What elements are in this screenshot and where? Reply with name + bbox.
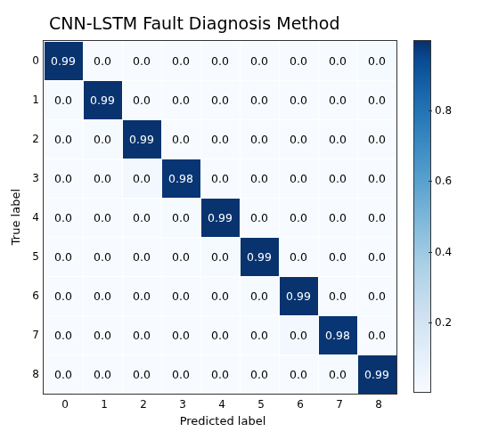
heatmap-cell: 0.0 xyxy=(357,237,396,276)
heatmap-cell: 0.0 xyxy=(44,276,83,315)
heatmap-grid: 0.990.00.00.00.00.00.00.00.00.00.990.00.… xyxy=(43,40,397,395)
heatmap-cell: 0.0 xyxy=(161,119,200,159)
heatmap-cell: 0.0 xyxy=(122,315,161,354)
y-tick: 0 xyxy=(27,41,43,80)
heatmap-cell: 0.0 xyxy=(357,119,396,159)
heatmap-cell: 0.0 xyxy=(200,41,240,80)
heatmap-cell: 0.0 xyxy=(122,159,161,198)
colorbar-tick: 0.2 xyxy=(435,316,452,329)
heatmap-cell: 0.0 xyxy=(83,237,122,276)
x-tick: 3 xyxy=(163,395,202,411)
x-tick: 0 xyxy=(45,395,85,411)
heatmap-cell: 0.0 xyxy=(279,354,318,394)
colorbar-tick: 0.8 xyxy=(435,104,452,117)
heatmap-cell: 0.0 xyxy=(200,354,240,394)
main-plot-area: CNN-LSTM Fault Diagnosis Method True lab… xyxy=(9,13,400,428)
heatmap-cell: 0.0 xyxy=(240,276,279,315)
heatmap-cell: 0.0 xyxy=(122,80,161,119)
heatmap-cell: 0.99 xyxy=(122,119,161,159)
heatmap-cell: 0.99 xyxy=(240,237,279,276)
heatmap-cell: 0.99 xyxy=(83,80,122,119)
colorbar-gradient xyxy=(413,40,431,393)
heatmap-cell: 0.0 xyxy=(161,276,200,315)
heatmap-cell: 0.0 xyxy=(200,237,240,276)
heatmap-cell: 0.0 xyxy=(200,276,240,315)
y-tick: 6 xyxy=(27,276,43,315)
heatmap-cell: 0.0 xyxy=(200,119,240,159)
heatmap-cell: 0.0 xyxy=(44,354,83,394)
heatmap-cell: 0.0 xyxy=(357,315,396,354)
heatmap-cell: 0.0 xyxy=(318,237,357,276)
x-tick: 4 xyxy=(202,395,241,411)
heatmap-cell: 0.0 xyxy=(83,354,122,394)
chart-title: CNN-LSTM Fault Diagnosis Method xyxy=(49,13,400,33)
heatmap-cell: 0.0 xyxy=(240,41,279,80)
heatmap-cell: 0.0 xyxy=(240,198,279,237)
x-tick: 1 xyxy=(85,395,124,411)
heatmap-cell: 0.0 xyxy=(83,276,122,315)
heatmap-cell: 0.0 xyxy=(357,159,396,198)
heatmap-cell: 0.0 xyxy=(200,80,240,119)
heatmap-cell: 0.0 xyxy=(44,159,83,198)
heatmap-cell: 0.0 xyxy=(44,237,83,276)
heatmap-cell: 0.99 xyxy=(357,354,396,394)
heatmap-cell: 0.99 xyxy=(200,198,240,237)
heatmap-cell: 0.0 xyxy=(122,198,161,237)
heatmap-cell: 0.0 xyxy=(44,119,83,159)
heatmap-cell: 0.0 xyxy=(83,119,122,159)
heatmap-cell: 0.0 xyxy=(240,159,279,198)
heatmap-cell: 0.0 xyxy=(83,315,122,354)
heatmap-cell: 0.0 xyxy=(44,315,83,354)
x-tick: 8 xyxy=(359,395,398,411)
heatmap-cell: 0.0 xyxy=(318,159,357,198)
heatmap-cell: 0.0 xyxy=(279,41,318,80)
x-tick: 2 xyxy=(124,395,163,411)
heatmap-cell: 0.0 xyxy=(318,354,357,394)
y-tick: 4 xyxy=(27,198,43,237)
heatmap-cell: 0.0 xyxy=(161,315,200,354)
colorbar-tick: 0.6 xyxy=(435,175,452,187)
heatmap-cell: 0.0 xyxy=(83,159,122,198)
heatmap-cell: 0.0 xyxy=(122,276,161,315)
y-axis-ticks: 012345678 xyxy=(27,41,43,394)
x-tick: 5 xyxy=(241,395,281,411)
heatmap-cell: 0.0 xyxy=(279,315,318,354)
heatmap-cell: 0.0 xyxy=(318,41,357,80)
heatmap-cell: 0.0 xyxy=(279,198,318,237)
heatmap-cell: 0.0 xyxy=(161,198,200,237)
heatmap-cell: 0.0 xyxy=(161,41,200,80)
chart-container: CNN-LSTM Fault Diagnosis Method True lab… xyxy=(9,13,481,428)
heatmap-cell: 0.0 xyxy=(44,80,83,119)
heatmap-cell: 0.0 xyxy=(357,80,396,119)
y-tick: 1 xyxy=(27,80,43,119)
heatmap-cell: 0.0 xyxy=(240,119,279,159)
heatmap-cell: 0.0 xyxy=(357,198,396,237)
heatmap-cell: 0.0 xyxy=(318,119,357,159)
heatmap-cell: 0.0 xyxy=(279,237,318,276)
heatmap-cell: 0.0 xyxy=(279,159,318,198)
colorbar-container: 0.80.60.40.2 xyxy=(413,40,463,393)
heatmap-cell: 0.0 xyxy=(200,159,240,198)
heatmap-cell: 0.99 xyxy=(279,276,318,315)
y-tick: 5 xyxy=(27,237,43,276)
colorbar-tick: 0.4 xyxy=(435,246,452,258)
x-tick: 6 xyxy=(281,395,320,411)
heatmap-cell: 0.0 xyxy=(240,315,279,354)
y-axis-label: True label xyxy=(9,189,22,245)
heatmap-cell: 0.0 xyxy=(318,198,357,237)
heatmap-cell: 0.98 xyxy=(318,315,357,354)
heatmap-cell: 0.0 xyxy=(83,198,122,237)
heatmap-cell: 0.0 xyxy=(200,315,240,354)
x-tick: 7 xyxy=(320,395,359,411)
heatmap-cell: 0.0 xyxy=(161,237,200,276)
colorbar-ticks: 0.80.60.40.2 xyxy=(431,40,463,393)
heatmap-cell: 0.0 xyxy=(161,354,200,394)
heatmap-cell: 0.0 xyxy=(318,276,357,315)
y-tick: 8 xyxy=(27,354,43,394)
y-tick: 7 xyxy=(27,315,43,354)
heatmap-cell: 0.0 xyxy=(240,354,279,394)
heatmap-cell: 0.0 xyxy=(357,276,396,315)
heatmap-cell: 0.98 xyxy=(161,159,200,198)
heatmap-cell: 0.0 xyxy=(122,354,161,394)
heatmap-cell: 0.0 xyxy=(318,80,357,119)
